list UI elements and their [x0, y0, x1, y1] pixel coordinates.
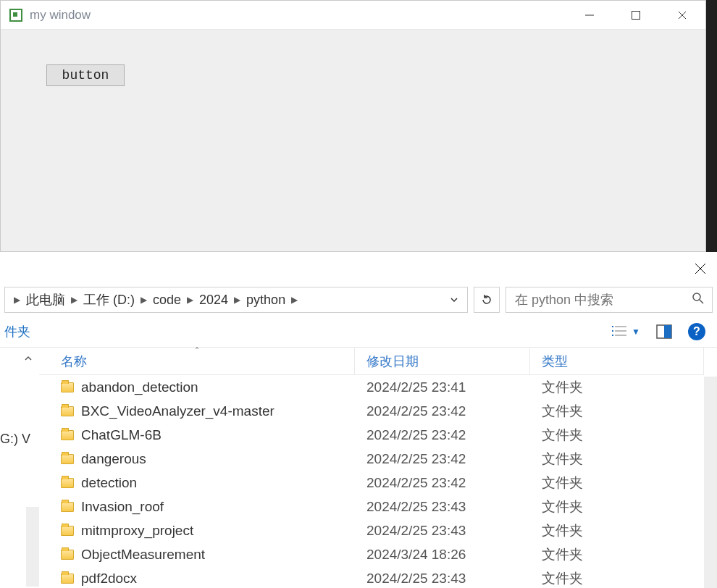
file-type: 文件夹 [530, 474, 704, 492]
chevron-right-icon: ▶ [185, 295, 195, 305]
table-row[interactable]: abandon_detection2024/2/25 23:41文件夹 [39, 375, 704, 399]
file-list: ˄ 名称 修改日期 类型 abandon_detection2024/2/25 … [39, 348, 704, 588]
folder-icon [61, 454, 74, 464]
table-row[interactable]: Invasion_roof2024/2/25 23:43文件夹 [39, 495, 704, 518]
breadcrumb-segment[interactable]: 此电脑 [22, 287, 70, 312]
file-name: pdf2docx [81, 571, 137, 587]
folder-icon [61, 526, 74, 536]
chevron-right-icon: ▶ [12, 295, 22, 305]
chevron-right-icon: ▶ [70, 295, 79, 305]
file-name: dangerous [81, 451, 146, 467]
column-header-type[interactable]: 类型 [530, 348, 703, 374]
breadcrumb-segment[interactable]: python [242, 287, 290, 312]
breadcrumb[interactable]: ▶ 此电脑 ▶ 工作 (D:) ▶ code ▶ 2024 ▶ python ▶ [4, 287, 468, 313]
file-type: 文件夹 [530, 545, 704, 564]
file-type: 文件夹 [530, 521, 704, 540]
folder-icon [61, 550, 74, 560]
search-icon [692, 292, 705, 308]
file-date: 2024/2/25 23:42 [355, 475, 530, 491]
svg-rect-11 [615, 330, 626, 332]
svg-line-7 [700, 300, 703, 303]
folder-icon [61, 478, 74, 488]
new-folder-button[interactable]: 件夹 [4, 323, 38, 340]
window-title: my window [30, 8, 566, 22]
view-options-button[interactable]: ▼ [611, 324, 640, 339]
table-row[interactable]: detection2024/2/25 23:42文件夹 [39, 471, 704, 495]
file-date: 2024/2/25 23:42 [355, 403, 530, 419]
file-name: mitmproxy_project [81, 523, 193, 539]
chevron-right-icon: ▶ [290, 295, 299, 305]
folder-icon [61, 382, 74, 392]
file-date: 2024/2/25 23:43 [355, 523, 530, 539]
minimize-button[interactable] [566, 1, 613, 30]
scroll-up-icon[interactable] [22, 352, 35, 365]
file-type: 文件夹 [530, 402, 704, 421]
dialog-close-button[interactable] [689, 258, 711, 280]
close-button[interactable] [659, 1, 705, 30]
nav-gutter: G:) V [0, 348, 39, 588]
help-button[interactable]: ? [688, 323, 705, 340]
file-name: ObjectMeasurement [81, 547, 205, 563]
file-date: 2024/2/25 23:42 [355, 451, 530, 467]
toolbar: 件夹 ▼ ? [0, 316, 717, 348]
table-row[interactable]: pdf2docx2024/2/25 23:43文件夹 [39, 566, 704, 588]
chevron-right-icon: ▶ [232, 295, 242, 305]
svg-rect-9 [615, 326, 626, 327]
nav-scrollbar[interactable] [26, 507, 39, 587]
folder-icon [61, 406, 74, 416]
search-input[interactable] [513, 292, 692, 308]
file-date: 2024/2/25 23:42 [355, 427, 530, 443]
address-bar: ▶ 此电脑 ▶ 工作 (D:) ▶ code ▶ 2024 ▶ python ▶ [0, 285, 713, 314]
file-type: 文件夹 [530, 450, 704, 469]
svg-rect-8 [612, 326, 613, 327]
client-area: button [1, 30, 705, 251]
file-name: detection [81, 475, 137, 491]
file-type: 文件夹 [530, 569, 704, 588]
file-date: 2024/2/25 23:41 [355, 379, 530, 395]
main-button[interactable]: button [46, 64, 125, 86]
svg-rect-12 [612, 335, 613, 336]
chevron-down-icon: ▼ [632, 327, 640, 337]
file-name: ChatGLM-6B [81, 427, 162, 443]
file-name: Invasion_roof [81, 499, 164, 515]
app-icon [9, 9, 22, 22]
svg-rect-13 [615, 335, 626, 336]
refresh-button[interactable] [474, 287, 500, 313]
table-row[interactable]: ChatGLM-6B2024/2/25 23:42文件夹 [39, 423, 704, 447]
file-type: 文件夹 [530, 426, 704, 445]
list-scrollbar[interactable] [704, 348, 717, 588]
column-header-date[interactable]: 修改日期 [355, 348, 530, 374]
file-name: BXC_VideoAnalyzer_v4-master [81, 403, 274, 419]
svg-rect-15 [664, 325, 671, 338]
file-date: 2024/2/25 23:43 [355, 499, 530, 515]
folder-icon [61, 574, 74, 584]
app-window: my window button [0, 0, 706, 252]
chevron-right-icon: ▶ [139, 295, 148, 305]
table-row[interactable]: dangerous2024/2/25 23:42文件夹 [39, 447, 704, 471]
svg-rect-1 [632, 11, 640, 19]
table-row[interactable]: ObjectMeasurement2024/3/24 18:26文件夹 [39, 542, 704, 566]
breadcrumb-dropdown[interactable] [444, 287, 464, 312]
file-explorer: ▶ 此电脑 ▶ 工作 (D:) ▶ code ▶ 2024 ▶ python ▶ [0, 252, 717, 588]
column-headers: ˄ 名称 修改日期 类型 [39, 348, 704, 375]
svg-rect-10 [612, 330, 613, 332]
table-row[interactable]: mitmproxy_project2024/2/25 23:43文件夹 [39, 518, 704, 542]
file-name: abandon_detection [81, 379, 198, 395]
titlebar[interactable]: my window [1, 1, 705, 30]
folder-icon [61, 502, 74, 512]
background-strip [706, 0, 717, 252]
folder-icon [61, 430, 74, 440]
breadcrumb-segment[interactable]: 工作 (D:) [79, 287, 139, 312]
sort-asc-icon: ˄ [195, 346, 199, 356]
table-row[interactable]: BXC_VideoAnalyzer_v4-master2024/2/25 23:… [39, 399, 704, 423]
file-date: 2024/3/24 18:26 [355, 547, 530, 563]
file-type: 文件夹 [530, 497, 704, 516]
search-box[interactable] [506, 287, 713, 313]
svg-point-6 [693, 293, 700, 301]
maximize-button[interactable] [613, 1, 659, 30]
breadcrumb-segment[interactable]: code [148, 287, 185, 312]
breadcrumb-segment[interactable]: 2024 [195, 287, 232, 312]
preview-pane-button[interactable] [656, 324, 672, 339]
column-header-name[interactable]: ˄ 名称 [39, 348, 355, 374]
nav-fragment: G:) V [0, 432, 30, 447]
